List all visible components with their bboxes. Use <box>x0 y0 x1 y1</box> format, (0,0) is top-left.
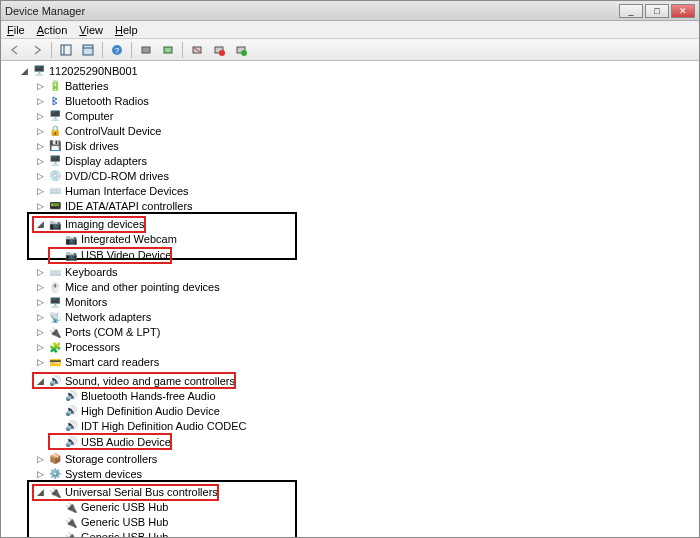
close-button[interactable]: ✕ <box>671 4 695 18</box>
expand-icon[interactable]: ▷ <box>35 95 46 106</box>
device-hda[interactable]: 🔊High Definition Audio Device <box>49 403 699 418</box>
help-button[interactable]: ? <box>107 41 127 59</box>
category-label: Sound, video and game controllers <box>65 375 235 387</box>
device-label: Bluetooth Hands-free Audio <box>81 390 216 402</box>
sound-icon: 🔊 <box>64 404 78 418</box>
menu-file[interactable]: FFileile <box>7 24 25 36</box>
collapse-icon[interactable]: ◢ <box>19 65 30 76</box>
battery-icon: 🔋 <box>48 79 62 93</box>
expand-icon[interactable]: ▷ <box>35 282 46 293</box>
category-display-adapters[interactable]: ▷🖥️Display adapters <box>33 153 699 168</box>
device-idt[interactable]: 🔊IDT High Definition Audio CODEC <box>49 418 699 433</box>
category-ports[interactable]: ▷🔌Ports (COM & LPT) <box>33 325 699 340</box>
scan-hardware-button[interactable] <box>136 41 156 59</box>
category-label: Smart card readers <box>65 356 159 368</box>
expand-icon[interactable]: ▷ <box>35 200 46 211</box>
category-imaging-devices[interactable]: ◢📷Imaging devices <box>33 217 145 232</box>
show-hide-tree-button[interactable] <box>56 41 76 59</box>
category-network[interactable]: ▷📡Network adapters <box>33 310 699 325</box>
category-usb-controllers[interactable]: ◢🔌Universal Serial Bus controllers <box>33 485 218 500</box>
minimize-button[interactable]: _ <box>619 4 643 18</box>
keyboard-icon: ⌨️ <box>48 265 62 279</box>
device-label: Integrated Webcam <box>81 233 177 245</box>
update-driver-button[interactable] <box>158 41 178 59</box>
back-button[interactable] <box>5 41 25 59</box>
camera-icon: 📷 <box>64 248 78 262</box>
category-keyboards[interactable]: ▷⌨️Keyboards <box>33 265 699 280</box>
expand-icon[interactable]: ▷ <box>35 110 46 121</box>
device-tree[interactable]: ◢ 🖥️ 112025290NB001 ▷🔋Batteries ▷Bluetoo… <box>1 61 699 537</box>
expand-icon[interactable]: ▷ <box>35 267 46 278</box>
device-generic-usb-hub[interactable]: 🔌Generic USB Hub <box>49 530 699 538</box>
expand-icon[interactable]: ▷ <box>35 357 46 368</box>
disable-button[interactable] <box>209 41 229 59</box>
expand-icon[interactable]: ▷ <box>35 125 46 136</box>
svg-rect-6 <box>142 47 150 53</box>
titlebar[interactable]: Device Manager _ □ ✕ <box>1 1 699 21</box>
menu-view[interactable]: View <box>79 24 103 36</box>
sound-icon: 🔊 <box>64 419 78 433</box>
device-generic-usb-hub[interactable]: 🔌Generic USB Hub <box>49 500 699 515</box>
category-controlvault[interactable]: ▷🔒ControlVault Device <box>33 123 699 138</box>
category-processors[interactable]: ▷🧩Processors <box>33 340 699 355</box>
collapse-icon[interactable]: ◢ <box>35 487 46 498</box>
category-smartcard[interactable]: ▷💳Smart card readers <box>33 355 699 370</box>
device-label: USB Video Device <box>81 249 171 261</box>
expand-icon[interactable]: ▷ <box>35 312 46 323</box>
category-hid[interactable]: ▷⌨️Human Interface Devices <box>33 183 699 198</box>
expand-icon[interactable]: ▷ <box>35 155 46 166</box>
disk-icon: 💾 <box>48 139 62 153</box>
collapse-icon[interactable]: ◢ <box>35 375 46 386</box>
forward-button[interactable] <box>27 41 47 59</box>
device-bt-handsfree[interactable]: 🔊Bluetooth Hands-free Audio <box>49 388 699 403</box>
device-usb-audio[interactable]: 🔊USB Audio Device <box>49 434 171 449</box>
category-label: ControlVault Device <box>65 125 161 137</box>
security-icon: 🔒 <box>48 124 62 138</box>
menu-help[interactable]: Help <box>115 24 138 36</box>
device-generic-usb-hub[interactable]: 🔌Generic USB Hub <box>49 515 699 530</box>
device-usb-video[interactable]: 📷USB Video Device <box>49 248 171 263</box>
category-mice[interactable]: ▷🖱️Mice and other pointing devices <box>33 280 699 295</box>
svg-point-13 <box>241 50 247 56</box>
category-system[interactable]: ▷⚙️System devices <box>33 466 699 481</box>
category-sound[interactable]: ◢🔊Sound, video and game controllers <box>33 373 235 388</box>
svg-rect-2 <box>83 45 93 55</box>
category-ide[interactable]: ▷📟IDE ATA/ATAPI controllers <box>33 198 699 213</box>
enable-button[interactable] <box>231 41 251 59</box>
menu-action[interactable]: Action <box>37 24 68 36</box>
category-label: Processors <box>65 341 120 353</box>
expand-icon[interactable]: ▷ <box>35 297 46 308</box>
collapse-icon[interactable]: ◢ <box>35 219 46 230</box>
category-storage[interactable]: ▷📦Storage controllers <box>33 451 699 466</box>
device-integrated-webcam[interactable]: 📷Integrated Webcam <box>49 232 699 247</box>
category-batteries[interactable]: ▷🔋Batteries <box>33 78 699 93</box>
category-dvd[interactable]: ▷💿DVD/CD-ROM drives <box>33 168 699 183</box>
expand-icon[interactable]: ▷ <box>35 185 46 196</box>
category-label: Universal Serial Bus controllers <box>65 486 218 498</box>
expand-icon[interactable]: ▷ <box>35 140 46 151</box>
expand-icon[interactable]: ▷ <box>35 453 46 464</box>
category-label: Ports (COM & LPT) <box>65 326 160 338</box>
hid-icon: ⌨️ <box>48 184 62 198</box>
maximize-button[interactable]: □ <box>645 4 669 18</box>
system-icon: ⚙️ <box>48 467 62 481</box>
category-monitors[interactable]: ▷🖥️Monitors <box>33 295 699 310</box>
category-disk-drives[interactable]: ▷💾Disk drives <box>33 138 699 153</box>
category-label: Mice and other pointing devices <box>65 281 220 293</box>
expand-icon[interactable]: ▷ <box>35 327 46 338</box>
uninstall-button[interactable] <box>187 41 207 59</box>
category-bluetooth[interactable]: ▷Bluetooth Radios <box>33 93 699 108</box>
expand-icon[interactable]: ▷ <box>35 342 46 353</box>
category-computer[interactable]: ▷🖥️Computer <box>33 108 699 123</box>
expand-icon[interactable]: ▷ <box>35 80 46 91</box>
sound-icon: 🔊 <box>64 389 78 403</box>
usb-icon: 🔌 <box>64 515 78 529</box>
port-icon: 🔌 <box>48 325 62 339</box>
expand-icon[interactable]: ▷ <box>35 468 46 479</box>
mouse-icon: 🖱️ <box>48 280 62 294</box>
expand-icon[interactable]: ▷ <box>35 170 46 181</box>
properties-button[interactable] <box>78 41 98 59</box>
cpu-icon: 🧩 <box>48 340 62 354</box>
root-node[interactable]: ◢ 🖥️ 112025290NB001 <box>17 63 699 78</box>
display-icon: 🖥️ <box>48 154 62 168</box>
